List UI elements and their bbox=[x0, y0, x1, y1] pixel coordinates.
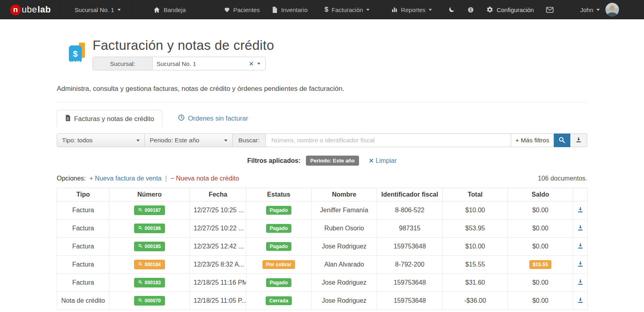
document-number: 000183 bbox=[144, 280, 161, 285]
download-document-button[interactable] bbox=[573, 238, 588, 256]
cell-estatus: Pagado bbox=[246, 238, 312, 256]
cell-total: $53.95 bbox=[443, 220, 508, 238]
info-button[interactable] bbox=[461, 0, 480, 19]
cell-tipo: Nota de crédito bbox=[57, 292, 109, 310]
document-number-badge[interactable]: 000183 bbox=[134, 278, 165, 287]
dark-mode-toggle[interactable] bbox=[442, 0, 461, 19]
new-invoice-link[interactable]: + Nueva factura de venta bbox=[89, 175, 161, 182]
messages-button[interactable] bbox=[540, 0, 560, 19]
type-filter-select[interactable]: Tipo: todos bbox=[57, 133, 145, 147]
export-button[interactable] bbox=[570, 133, 587, 147]
search-input[interactable] bbox=[266, 133, 511, 147]
clear-branch-icon[interactable] bbox=[249, 60, 254, 67]
nav-item-reportes[interactable]: Reportes bbox=[385, 0, 438, 19]
download-document-button[interactable] bbox=[573, 274, 588, 292]
logo-n-icon: n bbox=[10, 4, 21, 15]
navbar-center: Pacientes Inventario $ Facturación Repor… bbox=[218, 0, 438, 19]
download-document-button[interactable] bbox=[573, 292, 588, 310]
user-menu[interactable]: John bbox=[574, 0, 644, 19]
close-icon bbox=[369, 157, 374, 164]
cell-nombre: Jose Rodriguez bbox=[312, 238, 377, 256]
download-icon bbox=[577, 207, 584, 214]
col-header-nombre: Nombre bbox=[312, 188, 377, 201]
cell-identificador: 8-792-200 bbox=[377, 256, 443, 274]
cell-saldo: $0.00 bbox=[508, 201, 573, 220]
nav-item-label: Pacientes bbox=[233, 6, 260, 13]
chevron-down-icon bbox=[366, 9, 369, 12]
nav-item-label: Inventario bbox=[281, 6, 308, 13]
divider bbox=[57, 102, 587, 103]
cell-identificador: 159753648 bbox=[377, 274, 443, 292]
cell-tipo: Factura bbox=[57, 238, 109, 256]
cell-numero: 000186 bbox=[109, 220, 190, 238]
document-number: 000070 bbox=[144, 298, 161, 304]
tab-facturas[interactable]: Facturas y notas de crédito bbox=[57, 110, 162, 127]
new-credit-note-link[interactable]: − Nueva nota de crédito bbox=[170, 175, 239, 182]
cell-fecha: 12/18/25 11:16 PM bbox=[190, 274, 246, 292]
search-icon bbox=[138, 262, 142, 267]
saldo-value: $0.00 bbox=[532, 207, 548, 213]
table-row: Factura 000187 12/27/25 10:25 ... Pagado… bbox=[57, 201, 588, 220]
cell-fecha: 12/18/25 11:05 P... bbox=[190, 292, 246, 310]
nav-item-configuracion[interactable]: Configuración bbox=[480, 0, 540, 19]
new-invoice-label: Nueva factura de venta bbox=[95, 175, 161, 182]
period-filter-select[interactable]: Periodo: Este año bbox=[145, 133, 233, 147]
cell-total: $10.00 bbox=[443, 238, 508, 256]
cell-tipo: Factura bbox=[57, 220, 109, 238]
cell-identificador: 159753648 bbox=[377, 292, 443, 310]
options-label: Opciones: bbox=[57, 175, 86, 182]
download-icon bbox=[577, 298, 584, 305]
status-badge: Por cobrar bbox=[262, 260, 295, 269]
nav-item-bandeja[interactable]: Bandeja bbox=[134, 0, 205, 19]
options-links: Opciones: + Nueva factura de venta | − N… bbox=[57, 175, 239, 182]
home-icon bbox=[153, 6, 160, 13]
saldo-value: $0.00 bbox=[532, 297, 548, 304]
cell-numero: 000187 bbox=[109, 201, 190, 220]
dollar-icon: $ bbox=[324, 6, 328, 14]
saldo-value: $0.00 bbox=[532, 279, 548, 286]
cell-identificador: 8-806-522 bbox=[377, 201, 443, 220]
col-header-numero: Número bbox=[109, 188, 190, 201]
navbar-right: Configuración John bbox=[442, 0, 644, 19]
table-row: Factura 000186 12/27/25 10:22 ... Pagado… bbox=[57, 220, 588, 238]
chevron-down-icon bbox=[136, 140, 140, 143]
tab-ordenes-sin-facturar[interactable]: Ordenes sin facturar bbox=[170, 110, 256, 127]
download-document-button[interactable] bbox=[573, 256, 588, 274]
nav-item-pacientes[interactable]: Pacientes bbox=[218, 0, 266, 19]
cell-fecha: 12/23/25 8:32 A... bbox=[190, 256, 246, 274]
app-logo[interactable]: nubelab bbox=[0, 0, 61, 19]
moon-icon bbox=[448, 6, 455, 13]
document-number-badge[interactable]: 000184 bbox=[134, 260, 165, 269]
document-number-badge[interactable]: 000186 bbox=[134, 224, 165, 233]
avatar bbox=[605, 3, 619, 16]
top-navbar: nubelab Sucursal No. 1 Bandeja Pacientes… bbox=[0, 0, 644, 19]
download-document-button[interactable] bbox=[573, 220, 588, 238]
nav-branch-selector[interactable]: Sucursal No. 1 bbox=[62, 0, 134, 19]
clear-filters-link[interactable]: Limpiar bbox=[369, 157, 396, 164]
cell-total: $15.55 bbox=[443, 256, 508, 274]
cell-numero: 000183 bbox=[109, 274, 190, 292]
document-number-badge[interactable]: 000187 bbox=[134, 205, 165, 215]
search-button[interactable] bbox=[554, 133, 570, 147]
nav-item-label: Bandeja bbox=[163, 6, 186, 13]
navbar-divider bbox=[205, 0, 206, 19]
main-content: $ Facturación y notas de crédito Sucursa… bbox=[57, 19, 587, 310]
nav-item-facturacion[interactable]: $ Facturación bbox=[318, 0, 376, 19]
nav-item-inventario[interactable]: Inventario bbox=[266, 0, 314, 19]
document-number: 000184 bbox=[144, 262, 161, 267]
more-filters-button[interactable]: + Más filtros bbox=[511, 133, 554, 147]
download-document-button[interactable] bbox=[573, 201, 588, 220]
tab-label: Ordenes sin facturar bbox=[188, 115, 248, 122]
table-row: Factura 000183 12/18/25 11:16 PM Pagado … bbox=[57, 274, 588, 292]
logo-text-bold: lab bbox=[37, 4, 51, 15]
cell-total: $31.60 bbox=[443, 274, 508, 292]
envelope-icon bbox=[546, 6, 554, 13]
period-filter-value: Periodo: Este año bbox=[150, 137, 199, 144]
document-number-badge[interactable]: 000070 bbox=[134, 296, 165, 306]
branch-filter-select[interactable]: Sucursal No. 1 bbox=[153, 57, 265, 70]
nav-item-label: Facturación bbox=[332, 6, 363, 13]
col-header-fecha: Fecha bbox=[190, 188, 246, 201]
document-number-badge[interactable]: 000185 bbox=[134, 242, 165, 251]
cell-estatus: Por cobrar bbox=[246, 256, 312, 274]
cell-saldo: $0.00 bbox=[508, 238, 573, 256]
